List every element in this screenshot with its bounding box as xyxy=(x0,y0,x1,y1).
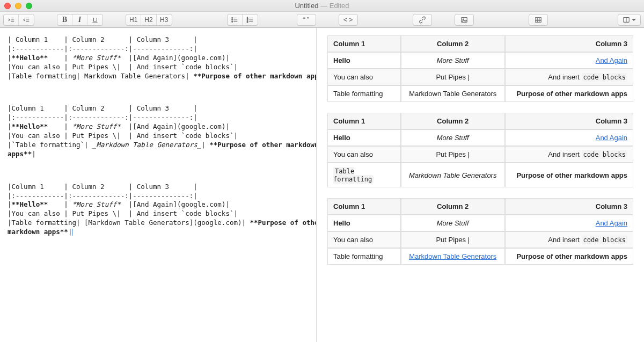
document-name: Untitled xyxy=(295,2,318,10)
table-cell: And Again xyxy=(505,129,633,146)
table-cell: Table formatting xyxy=(327,85,401,102)
table-cell: Put Pipes | xyxy=(401,231,505,248)
table-cell: Purpose of other markdown apps xyxy=(505,248,633,265)
caret-down-icon xyxy=(632,19,636,21)
table-cell: Put Pipes | xyxy=(401,69,505,85)
source-line[interactable]: |You can also | Put Pipes \| | And inser… xyxy=(8,209,312,219)
source-line[interactable]: |Column 1 | Column 2 | Column 3 | xyxy=(8,104,312,113)
preview-pane: Column 1Column 2Column 3HelloMore StuffA… xyxy=(317,28,644,342)
source-line[interactable]: |:------------|:-------------:|---------… xyxy=(8,192,312,201)
ordered-list-button[interactable]: 123 xyxy=(243,14,258,25)
table-header: Column 3 xyxy=(505,198,633,215)
svg-text:3: 3 xyxy=(247,20,248,23)
table-header: Column 2 xyxy=(401,35,505,52)
indent-group xyxy=(3,14,34,26)
table-row: HelloMore StuffAnd Again xyxy=(327,215,633,231)
preview-table: Column 1Column 2Column 3HelloMore StuffA… xyxy=(327,113,633,187)
table-row: Table formattingMarkdown Table Generator… xyxy=(327,163,633,187)
table-cell: More Stuff xyxy=(401,52,505,69)
table-cell: You can also xyxy=(327,69,401,85)
table-header: Column 2 xyxy=(401,113,505,129)
close-button[interactable] xyxy=(4,3,11,9)
source-block: | Column 1 | Column 2 | Column 3 ||:----… xyxy=(8,35,312,81)
source-line[interactable]: |:------------|:-------------:|---------… xyxy=(8,45,312,54)
text-style-group: B I U xyxy=(57,14,103,26)
source-block: |Column 1 | Column 2 | Column 3 ||:-----… xyxy=(8,183,312,237)
source-line[interactable]: |**Hello** | *More Stuff* |[And Again](g… xyxy=(8,200,312,209)
source-editor[interactable]: | Column 1 | Column 2 | Column 3 ||:----… xyxy=(0,28,317,342)
minimize-button[interactable] xyxy=(15,3,21,9)
source-line[interactable]: |:------------|:-------------:|---------… xyxy=(8,113,312,122)
table-row: HelloMore StuffAnd Again xyxy=(327,129,633,146)
source-line[interactable]: | Column 1 | Column 2 | Column 3 | xyxy=(8,35,312,45)
table-cell: And insert code blocks xyxy=(505,146,633,163)
preview-table: Column 1Column 2Column 3HelloMore StuffA… xyxy=(327,198,633,265)
quote-button[interactable]: “ ” xyxy=(297,14,316,26)
source-line[interactable]: apps**| xyxy=(8,150,312,159)
preview-link[interactable]: And Again xyxy=(596,219,627,227)
h2-button[interactable]: H2 xyxy=(141,14,156,25)
table-cell: More Stuff xyxy=(401,129,505,146)
split-panes: | Column 1 | Column 2 | Column 3 ||:----… xyxy=(0,28,644,342)
table-row: You can alsoPut Pipes |And insert code b… xyxy=(327,69,633,85)
source-line[interactable]: |Table formatting| Markdown Table Genera… xyxy=(8,72,312,81)
preview-link[interactable]: And Again xyxy=(596,56,627,64)
table-cell: Table formatting xyxy=(327,163,401,187)
table-cell: Table formatting xyxy=(327,248,401,265)
svg-point-0 xyxy=(232,17,233,18)
list-group: 123 xyxy=(227,14,258,26)
table-cell: Purpose of other markdown apps xyxy=(505,163,633,187)
svg-point-2 xyxy=(232,21,233,22)
table-cell: Hello xyxy=(327,215,401,231)
table-cell: Markdown Table Generators xyxy=(401,163,505,187)
heading-group: H1 H2 H3 xyxy=(126,14,172,26)
h1-button[interactable]: H1 xyxy=(126,14,141,25)
code-block-button[interactable]: < > xyxy=(339,14,358,26)
source-line[interactable]: |`Table formatting`| _Markdown Table Gen… xyxy=(8,141,312,150)
preview-link[interactable]: Markdown Table Generators xyxy=(409,252,496,260)
zoom-button[interactable] xyxy=(26,3,32,9)
h3-button[interactable]: H3 xyxy=(157,14,172,25)
svg-rect-8 xyxy=(535,17,541,22)
table-cell: Put Pipes | xyxy=(401,146,505,163)
table-header: Column 1 xyxy=(327,113,401,129)
table-cell: And insert code blocks xyxy=(505,231,633,248)
bold-button[interactable]: B xyxy=(57,14,72,25)
table-cell: Hello xyxy=(327,52,401,69)
source-line[interactable]: markdown apps**| xyxy=(8,228,312,237)
bullet-list-button[interactable] xyxy=(228,14,243,25)
svg-point-1 xyxy=(232,19,233,20)
source-line[interactable]: |You can also | Put Pipes \| | And inser… xyxy=(8,132,312,141)
source-line[interactable]: |**Hello** | *More Stuff* |[And Again](g… xyxy=(8,122,312,132)
document-status: Edited xyxy=(330,2,349,10)
toolbar: B I U H1 H2 H3 123 “ ” < > xyxy=(0,12,644,28)
source-line[interactable]: |Column 1 | Column 2 | Column 3 | xyxy=(8,183,312,192)
image-button[interactable] xyxy=(455,14,474,26)
indent-button[interactable] xyxy=(19,14,34,25)
table-row: HelloMore StuffAnd Again xyxy=(327,52,633,69)
table-row: Table formattingMarkdown Table Generator… xyxy=(327,85,633,102)
table-cell: You can also xyxy=(327,231,401,248)
preview-table: Column 1Column 2Column 3HelloMore StuffA… xyxy=(327,35,633,102)
source-line[interactable]: |**Hello** | *More Stuff* |[And Again](g… xyxy=(8,54,312,63)
italic-button[interactable]: I xyxy=(72,14,87,25)
table-cell: Markdown Table Generators xyxy=(401,85,505,102)
preview-link[interactable]: And Again xyxy=(596,134,627,142)
traffic-lights xyxy=(4,3,32,9)
table-cell: And Again xyxy=(505,52,633,69)
table-header: Column 1 xyxy=(327,35,401,52)
table-header: Column 1 xyxy=(327,198,401,215)
source-line[interactable]: |Table formatting| [Markdown Table Gener… xyxy=(8,219,312,228)
underline-button[interactable]: U xyxy=(87,14,103,25)
table-cell: Markdown Table Generators xyxy=(401,248,505,265)
table-header: Column 3 xyxy=(505,35,633,52)
link-button[interactable] xyxy=(413,14,432,26)
layout-toggle-button[interactable] xyxy=(618,14,641,26)
source-line[interactable]: |You can also | Put Pipes \| | And inser… xyxy=(8,63,312,72)
table-cell: Hello xyxy=(327,129,401,146)
outdent-button[interactable] xyxy=(4,14,19,25)
table-button[interactable] xyxy=(529,14,548,26)
table-header: Column 3 xyxy=(505,113,633,129)
table-row: You can alsoPut Pipes |And insert code b… xyxy=(327,146,633,163)
source-block: |Column 1 | Column 2 | Column 3 ||:-----… xyxy=(8,104,312,158)
